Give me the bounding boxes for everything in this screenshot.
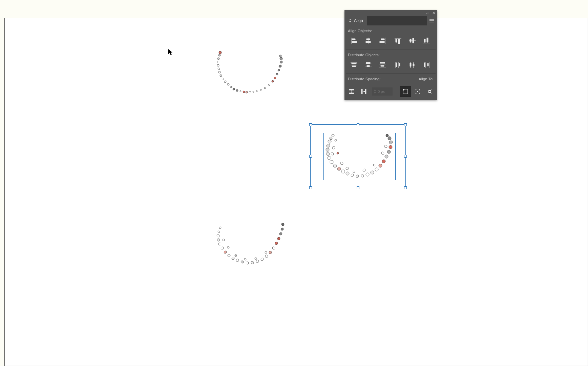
close-icon[interactable]: ✕ (432, 11, 435, 15)
svg-point-74 (224, 251, 227, 253)
svg-point-68 (219, 227, 221, 229)
svg-point-20 (260, 89, 261, 90)
align-to-label: Align To: (417, 76, 435, 84)
svg-point-89 (281, 228, 284, 230)
svg-rect-103 (429, 90, 431, 93)
svg-point-95 (255, 258, 257, 260)
svg-point-22 (269, 84, 270, 86)
svg-point-13 (236, 89, 238, 92)
tab-align[interactable]: Align (344, 16, 367, 25)
svg-point-76 (232, 257, 234, 260)
align-objects-label: Align Objects: (346, 28, 435, 36)
align-to-artboard-button[interactable] (400, 86, 411, 97)
distribute-left-button[interactable] (391, 60, 405, 70)
svg-point-84 (269, 251, 272, 254)
align-vcenter-button[interactable] (405, 36, 419, 46)
handle-e[interactable] (404, 155, 407, 158)
svg-point-27 (279, 65, 281, 67)
panel-titlebar[interactable]: ‹‹ ✕ (344, 10, 437, 16)
handle-s[interactable] (357, 186, 359, 189)
svg-point-1 (218, 54, 220, 56)
align-bottom-button[interactable] (420, 36, 433, 46)
distribute-top-button[interactable] (347, 60, 361, 70)
spacing-value-input[interactable]: 0 px (372, 87, 393, 96)
svg-point-7 (220, 75, 222, 77)
svg-point-17 (249, 91, 251, 93)
align-tab-icon (349, 19, 352, 23)
svg-point-23 (272, 80, 274, 82)
distribute-vcenter-button[interactable] (361, 60, 375, 70)
svg-point-16 (246, 91, 248, 93)
align-to-key-button[interactable] (424, 86, 436, 97)
distribute-right-button[interactable] (420, 60, 433, 70)
handle-se[interactable] (404, 186, 407, 189)
svg-point-92 (227, 246, 229, 248)
svg-point-77 (236, 259, 239, 262)
svg-point-69 (218, 231, 220, 233)
distribute-hcenter-button[interactable] (405, 60, 419, 70)
svg-point-14 (240, 90, 241, 92)
distribute-hspace-button[interactable] (358, 86, 370, 97)
distribute-spacing-label: Distribute Spacing: (346, 76, 417, 84)
align-to-selection-button[interactable] (412, 86, 423, 97)
svg-point-26 (278, 69, 280, 71)
handle-n[interactable] (357, 123, 359, 126)
svg-point-91 (223, 239, 225, 241)
artwork-cluster-top[interactable] (213, 49, 288, 101)
align-right-button[interactable] (376, 36, 389, 46)
svg-point-5 (218, 68, 220, 70)
svg-point-80 (251, 261, 254, 264)
svg-point-83 (265, 255, 268, 258)
align-panel[interactable]: ‹‹ ✕ Align Align Objects: Distrib (344, 10, 437, 100)
svg-point-24 (274, 77, 276, 79)
svg-point-0 (219, 51, 222, 54)
svg-point-82 (261, 258, 264, 261)
collapse-icon[interactable]: ‹‹ (426, 11, 429, 15)
svg-point-70 (217, 235, 219, 237)
handle-ne[interactable] (404, 123, 407, 126)
spacing-value-text: 0 px (378, 89, 385, 94)
svg-point-28 (280, 61, 282, 63)
svg-point-87 (277, 237, 280, 240)
svg-point-78 (241, 261, 244, 263)
svg-point-72 (218, 243, 221, 245)
svg-point-11 (231, 86, 232, 88)
svg-point-15 (243, 91, 245, 93)
svg-point-71 (217, 239, 220, 241)
svg-point-10 (227, 83, 229, 85)
handle-nw[interactable] (309, 123, 312, 126)
svg-point-21 (264, 87, 266, 89)
align-left-button[interactable] (347, 36, 361, 46)
svg-point-79 (246, 262, 249, 264)
svg-point-102 (417, 91, 418, 92)
svg-point-86 (275, 242, 278, 245)
panel-tabs: Align (344, 16, 437, 25)
distribute-vspace-button[interactable] (346, 86, 357, 97)
svg-point-18 (253, 91, 254, 93)
distribute-bottom-button[interactable] (376, 60, 389, 70)
handle-w[interactable] (309, 155, 312, 158)
svg-point-88 (279, 232, 282, 235)
svg-point-73 (221, 247, 224, 249)
panel-menu-icon[interactable] (427, 16, 437, 25)
align-hcenter-button[interactable] (361, 36, 375, 46)
tab-label: Align (354, 18, 363, 23)
artwork-cluster-bottom[interactable] (213, 220, 288, 269)
svg-rect-97 (403, 89, 408, 94)
svg-point-94 (244, 258, 246, 260)
svg-point-9 (224, 81, 226, 83)
svg-point-96 (265, 251, 267, 253)
svg-point-12 (233, 88, 235, 90)
svg-point-93 (235, 255, 237, 257)
svg-point-25 (276, 73, 278, 75)
artboard[interactable] (4, 18, 588, 366)
svg-point-3 (217, 61, 219, 63)
svg-point-2 (217, 58, 219, 60)
svg-point-6 (218, 71, 220, 73)
align-top-button[interactable] (391, 36, 405, 46)
handle-sw[interactable] (309, 186, 312, 189)
svg-point-30 (279, 55, 281, 57)
svg-point-29 (280, 57, 282, 60)
selection-inner-box (323, 133, 396, 180)
distribute-objects-label: Distribute Objects: (346, 52, 435, 60)
